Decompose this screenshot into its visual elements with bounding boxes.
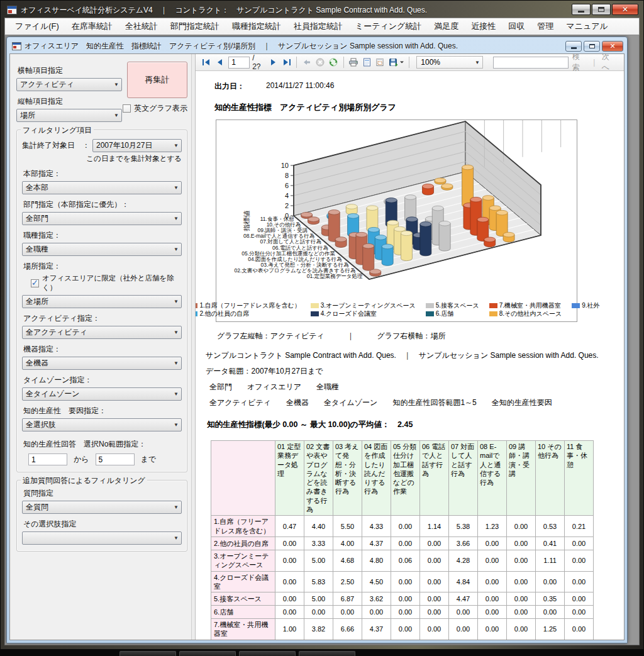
taskbar-button[interactable] bbox=[119, 651, 176, 656]
print-layout-button[interactable] bbox=[360, 56, 374, 69]
range-to-input[interactable] bbox=[96, 453, 135, 465]
find-separator: ｜ bbox=[591, 57, 598, 68]
menu-item-9[interactable]: 近接性 bbox=[465, 18, 502, 35]
kiki-select[interactable]: 全機器 ▼ bbox=[22, 357, 182, 370]
legend-label: 7.機械室・共用機器室 bbox=[499, 301, 561, 310]
menu-item-2[interactable]: 在席率統計 bbox=[65, 18, 119, 35]
export-button[interactable] bbox=[387, 56, 406, 69]
table-value-cell: 0.21 bbox=[565, 516, 594, 537]
honbu-label: 本部指定： bbox=[23, 169, 182, 179]
english-graph-checkbox[interactable] bbox=[123, 104, 131, 113]
table-column-header: 02 文書や表やプログラムなどを読み書きする行為 bbox=[304, 441, 333, 516]
basho-select[interactable]: 全場所 ▼ bbox=[22, 295, 182, 308]
first-page-button[interactable] bbox=[199, 56, 213, 69]
close-button[interactable]: ✕ bbox=[612, 4, 638, 15]
recalculate-button[interactable]: 再集計 bbox=[127, 62, 187, 98]
busho-select[interactable]: 全部門 ▼ bbox=[22, 212, 182, 225]
table-value-cell: 3.66 bbox=[449, 536, 478, 550]
office-area-checkbox[interactable] bbox=[31, 279, 39, 287]
range-from-input[interactable] bbox=[28, 453, 67, 465]
menu-item-6[interactable]: 社員指定統計 bbox=[287, 18, 349, 35]
legend-swatch bbox=[311, 311, 319, 316]
table-value-cell: 0.00 bbox=[420, 592, 449, 606]
child-close-button[interactable]: ✕ bbox=[602, 41, 623, 52]
vaxis-select[interactable]: 場所 ▼ bbox=[16, 109, 122, 122]
activity-select[interactable]: 全アクティビティ ▼ bbox=[22, 326, 182, 339]
busho-value: 全部門 bbox=[26, 213, 171, 224]
minimize-button[interactable] bbox=[572, 4, 591, 15]
choice-label: その選択肢指定 bbox=[23, 519, 182, 530]
child-minimize-button[interactable] bbox=[565, 41, 582, 52]
table-value-cell: 0.00 bbox=[565, 571, 594, 592]
stop-rendering-button[interactable] bbox=[313, 56, 326, 69]
menu-item-8[interactable]: 満足度 bbox=[428, 18, 465, 35]
choice-select[interactable]: ▼ bbox=[22, 531, 182, 545]
page-number-input[interactable] bbox=[228, 57, 250, 69]
chart-cylinder bbox=[335, 237, 347, 248]
legend-column: 3.オープンミーティングスペース4.クローズド会議室 bbox=[311, 301, 416, 318]
toolbar-separator bbox=[296, 57, 297, 68]
table-column-header: 08 E-mailで人と通信する行為 bbox=[478, 441, 507, 516]
menu-item-12[interactable]: マニュアル bbox=[560, 18, 614, 35]
chiteki-factor-label: 知的生産性 要因指定： bbox=[23, 406, 182, 416]
table-value-cell: 0.00 bbox=[565, 550, 594, 571]
child-maximize-button[interactable] bbox=[584, 41, 600, 52]
menu-item-4[interactable]: 部門指定統計 bbox=[164, 18, 226, 35]
table-row: 2.他の社員の自席0.003.334.004.370.000.003.660.0… bbox=[211, 536, 594, 550]
table-value-cell: 5.50 bbox=[333, 516, 362, 537]
back-to-parent-report-button[interactable] bbox=[300, 56, 313, 69]
maximize-button[interactable] bbox=[592, 4, 611, 15]
busho-label: 部門指定（本部指定に優先）： bbox=[23, 199, 182, 210]
menu-item-11[interactable]: 管理 bbox=[531, 18, 560, 35]
find-button[interactable]: 検索 bbox=[572, 54, 587, 73]
taskbar-button[interactable] bbox=[239, 651, 296, 656]
end-date-select[interactable]: 2007年10月27日 ▼ bbox=[92, 139, 182, 152]
shokushu-value: 全職種 bbox=[26, 244, 171, 255]
find-next-button[interactable]: 次へ bbox=[602, 54, 616, 73]
page-total-label: / 2? bbox=[252, 54, 264, 71]
office-area-label: オフィスエリアに限定（社外と店舗を除く） bbox=[42, 274, 182, 292]
menu-item-5[interactable]: 職種指定統計 bbox=[226, 18, 287, 35]
window-controls: ✕ bbox=[570, 4, 638, 15]
refresh-button[interactable] bbox=[327, 56, 340, 69]
table-value-cell: 0.00 bbox=[536, 571, 565, 592]
timezone-select[interactable]: 全タイムゾーン ▼ bbox=[22, 387, 182, 401]
report-title: 知的生産性指標 アクティビティ別場所別グラフ bbox=[214, 102, 624, 113]
sidebar-splitter[interactable] bbox=[191, 54, 196, 640]
menu-item-10[interactable]: 回収 bbox=[502, 18, 531, 35]
table-row: 7.機械室・共用機器室1.003.826.664.370.000.000.000… bbox=[211, 619, 594, 640]
table-value-cell: 0.00 bbox=[420, 619, 449, 640]
svg-text:4: 4 bbox=[285, 192, 289, 199]
timezone-label: タイムゾーン指定： bbox=[23, 375, 182, 386]
question-select[interactable]: 全質問 ▼ bbox=[22, 501, 182, 514]
main-titlebar[interactable]: オフィスサーベイ統計分析システムV4 ｜ コントラクト： サンプルコントラクト … bbox=[4, 0, 640, 18]
chiteki-factor-select[interactable]: 全選択肢 ▼ bbox=[22, 418, 182, 431]
taskbar-button[interactable] bbox=[299, 651, 355, 656]
child-minimize-icon bbox=[571, 47, 577, 49]
chevron-down-icon: ▼ bbox=[171, 532, 181, 544]
table-value-cell: 6.66 bbox=[333, 619, 362, 640]
previous-page-button[interactable] bbox=[213, 56, 226, 69]
chart-cylinder bbox=[484, 237, 496, 247]
honbu-select[interactable]: 全本部 ▼ bbox=[22, 181, 182, 194]
print-button[interactable] bbox=[347, 56, 360, 69]
find-text-input[interactable] bbox=[493, 57, 569, 69]
maximize-icon bbox=[598, 7, 604, 12]
filtering-groupbox: フィルタリング項目 集計終了対象日 ： 2007年10月27日 ▼ この日までを… bbox=[16, 130, 187, 472]
taskbar-button[interactable] bbox=[179, 651, 236, 656]
child-maximize-icon bbox=[589, 44, 595, 48]
page-setup-button[interactable] bbox=[374, 56, 387, 69]
legend-swatch bbox=[196, 311, 197, 316]
menu-item-1[interactable]: ファイル(F) bbox=[9, 18, 65, 35]
table-corner-cell bbox=[211, 441, 275, 516]
child-titlebar[interactable]: オフィスエリア 知的生産性 指標統計 アクティビティ別/場所別 ｜ サンプルセッ… bbox=[9, 37, 625, 53]
shokushu-select[interactable]: 全職種 ▼ bbox=[22, 243, 182, 256]
zoom-select[interactable]: 100% ▼ bbox=[416, 56, 483, 69]
average-line: 知的生産性指標(最少 0.00 ～ 最大 10.00)の平均値： 2.45 bbox=[207, 420, 624, 430]
last-page-button[interactable] bbox=[280, 56, 293, 69]
haxis-select[interactable]: アクティビティ ▼ bbox=[16, 78, 122, 91]
menu-item-3[interactable]: 全社統計 bbox=[119, 18, 164, 35]
table-row: 6.店舗0.000.000.000.000.000.000.000.000.00… bbox=[211, 606, 594, 619]
next-page-button[interactable] bbox=[267, 56, 280, 69]
menu-item-7[interactable]: ミーティング統計 bbox=[349, 18, 428, 35]
